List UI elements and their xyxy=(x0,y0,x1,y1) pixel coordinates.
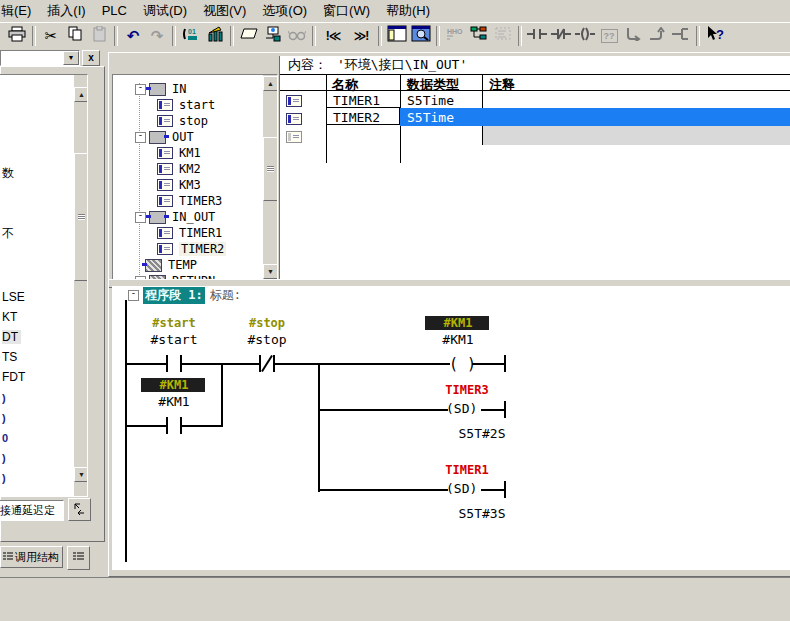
copy-icon xyxy=(67,26,83,46)
insert-nc-contact-button[interactable] xyxy=(549,25,573,47)
catalog-item-fragment[interactable]: ) xyxy=(2,472,6,484)
catalog-item-fragment[interactable]: 0 xyxy=(2,432,8,444)
program-status-button[interactable] xyxy=(203,25,227,47)
insert-empty-box-button[interactable]: ?? xyxy=(597,25,621,47)
symbol-info-button[interactable]: HHO xyxy=(443,25,467,47)
cut-button[interactable]: ✂ xyxy=(39,25,63,47)
tree-item-km2[interactable]: KM2 xyxy=(157,161,201,177)
tree-item-km3[interactable]: KM3 xyxy=(157,177,201,193)
connection-button[interactable] xyxy=(261,25,285,47)
column-header-datatype[interactable]: 数据类型 xyxy=(407,76,459,94)
column-header-comment[interactable]: 注释 xyxy=(489,76,515,94)
redo-button[interactable]: ↷ xyxy=(145,25,169,47)
paste-button[interactable] xyxy=(87,25,111,47)
scrollbar-thumb[interactable] xyxy=(74,153,88,281)
tree-item-stop[interactable]: stop xyxy=(157,113,208,129)
collapse-box-icon[interactable]: - xyxy=(135,212,146,223)
scroll-up-button[interactable]: ▲ xyxy=(74,87,88,102)
download-button[interactable]: 01 xyxy=(179,25,203,47)
panel-close-button[interactable]: x xyxy=(82,50,100,66)
tree-section-in[interactable]: -IN xyxy=(135,81,186,97)
wire xyxy=(318,409,448,411)
menu-edit[interactable]: 辑(E) xyxy=(0,0,39,24)
catalog-item[interactable]: 不 xyxy=(2,225,14,242)
cell-datatype[interactable]: S5Time xyxy=(407,110,454,125)
timer-label: TIMER3 xyxy=(429,383,505,397)
comment-cell-placeholder[interactable] xyxy=(483,126,790,145)
program-elements-button[interactable] xyxy=(467,25,491,47)
insert-coil-button[interactable] xyxy=(573,25,597,47)
scroll-down-button[interactable]: ▼ xyxy=(263,264,278,279)
menu-help[interactable]: 帮助(H) xyxy=(378,0,438,24)
timer-label: TIMER1 xyxy=(429,463,505,477)
collapse-box-icon[interactable]: - xyxy=(135,132,146,143)
tree-item-timer2[interactable]: TIMER2 xyxy=(157,241,226,257)
interface-tree-pane[interactable]: -IN start stop -OUT KM1 KM2 KM3 TIMER3 -… xyxy=(112,74,278,281)
tree-section-in-out[interactable]: -IN_OUT xyxy=(135,209,215,225)
toggle-detail-view-button[interactable] xyxy=(409,25,433,47)
catalog-expand-button[interactable] xyxy=(68,498,91,521)
copy-button[interactable] xyxy=(63,25,87,47)
contact-operand-label: #KM1 xyxy=(136,394,212,409)
catalog-item[interactable]: TS xyxy=(2,350,17,364)
menu-debug[interactable]: 调试(D) xyxy=(135,0,195,24)
tree-section-temp[interactable]: TEMP xyxy=(145,257,197,273)
tree-item-timer1[interactable]: TIMER1 xyxy=(157,225,222,241)
call-structure-tab[interactable]: 调用结构 xyxy=(0,546,63,568)
comment-toggle-button[interactable] xyxy=(237,25,261,47)
variable-icon xyxy=(157,227,173,239)
monitor-button[interactable] xyxy=(285,25,309,47)
catalog-item-selected[interactable]: DT xyxy=(2,330,21,344)
ladder-network-pane[interactable]: - 程序段 1: 标题: #start #start #stop #stop xyxy=(112,286,790,570)
prev-error-button[interactable]: !≪ xyxy=(319,25,347,47)
tree-section-out[interactable]: -OUT xyxy=(135,129,194,145)
catalog-item-fragment[interactable]: ) xyxy=(2,452,6,464)
detail-list-button[interactable] xyxy=(67,546,90,570)
call-structure-button[interactable] xyxy=(491,25,515,47)
menu-insert[interactable]: 插入(I) xyxy=(39,0,93,24)
catalog-item[interactable]: 数 xyxy=(2,165,14,182)
tree-item-timer3[interactable]: TIMER3 xyxy=(157,193,222,209)
collapse-box-icon[interactable]: - xyxy=(135,84,146,95)
catalog-item[interactable]: FDT xyxy=(2,370,25,384)
catalog-item-fragment[interactable]: ) xyxy=(2,412,6,424)
menu-options[interactable]: 选项(O) xyxy=(254,0,315,24)
catalog-item[interactable]: LSE xyxy=(2,290,25,304)
cell-datatype[interactable]: S5Time xyxy=(407,93,454,108)
tree-scrollbar[interactable]: ▲ ▼ xyxy=(263,75,277,280)
cell-name[interactable]: TIMER2 xyxy=(333,110,380,125)
tree-item-start[interactable]: start xyxy=(157,97,215,113)
toggle-overview-button[interactable] xyxy=(385,25,409,47)
insert-contact-button[interactable] xyxy=(525,25,549,47)
next-error-button[interactable]: ≫! xyxy=(347,25,375,47)
toolbar-separator xyxy=(312,26,316,46)
network-number[interactable]: 程序段 1: xyxy=(143,287,205,304)
close-branch-button[interactable] xyxy=(645,25,669,47)
menu-bar: 辑(E) 插入(I) PLC 调试(D) 视图(V) 选项(O) 窗口(W) 帮… xyxy=(0,0,790,22)
combobox-dropdown-button[interactable]: ▼ xyxy=(63,51,79,65)
svg-text:?: ? xyxy=(716,27,724,42)
menu-view[interactable]: 视图(V) xyxy=(195,0,254,24)
context-help-button[interactable]: ? xyxy=(703,25,727,47)
menu-window[interactable]: 窗口(W) xyxy=(315,0,378,24)
menu-plc[interactable]: PLC xyxy=(94,0,135,22)
network-title[interactable]: 标题: xyxy=(210,287,241,304)
catalog-list[interactable]: 数 不 LSE KT DT TS FDT ) ) 0 ) ) ▲ ▼ xyxy=(0,74,88,497)
arrow-up-icon: ▲ xyxy=(267,80,274,87)
prev-error-icon: !≪ xyxy=(326,29,341,43)
catalog-scrollbar[interactable]: ▲ ▼ xyxy=(74,75,87,496)
catalog-item[interactable]: KT xyxy=(2,310,17,324)
scroll-down-button[interactable]: ▼ xyxy=(74,467,88,482)
open-branch-button[interactable] xyxy=(621,25,645,47)
column-header-name[interactable]: 名称 xyxy=(332,76,358,94)
network-collapse-icon[interactable]: - xyxy=(128,290,139,301)
insert-network-button[interactable] xyxy=(669,25,693,47)
cell-name[interactable]: TIMER1 xyxy=(333,93,380,108)
catalog-item-fragment[interactable]: ) xyxy=(2,392,6,404)
scrollbar-thumb[interactable] xyxy=(263,137,278,201)
tree-item-km1[interactable]: KM1 xyxy=(157,145,201,161)
close-icon: x xyxy=(88,52,94,63)
undo-button[interactable]: ↶ xyxy=(121,25,145,47)
scroll-up-button[interactable]: ▲ xyxy=(263,76,278,91)
print-button[interactable] xyxy=(5,25,29,47)
